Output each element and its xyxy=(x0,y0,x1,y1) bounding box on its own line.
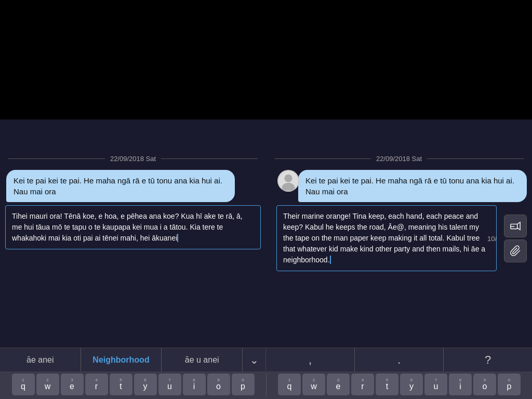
left-received-bubble-text: Kei te pai kei te pai. He maha ngā rā e … xyxy=(14,176,222,196)
question-key[interactable]: ? xyxy=(444,348,532,371)
key-y-right[interactable]: 6 y xyxy=(400,374,423,395)
right-keyboard-row-1: 1 q 2 w 3 e 4 r 5 t xyxy=(269,374,530,395)
key-q-left[interactable]: 1 q xyxy=(12,374,35,395)
avatar xyxy=(277,170,299,192)
left-keyboard-row-1: 1 q 2 w 3 e 4 r 5 t xyxy=(2,374,264,395)
key-r-left[interactable]: 4 r xyxy=(85,374,108,395)
key-u-right[interactable]: 7 u xyxy=(424,374,447,395)
key-o-right[interactable]: 9 o xyxy=(473,374,496,395)
key-i-left[interactable]: 8 i xyxy=(183,374,206,395)
key-e-right[interactable]: 3 e xyxy=(327,374,350,395)
right-black-top xyxy=(266,0,532,119)
right-received-area: Kei te pai kei te pai. He maha ngā rā e … xyxy=(272,170,527,202)
key-e-left[interactable]: 3 e xyxy=(61,374,84,395)
period-key[interactable]: . xyxy=(355,348,444,371)
attach-button[interactable] xyxy=(504,240,527,262)
right-received-bubble-text: Kei te pai kei te pai. He maha ngā rā e … xyxy=(305,176,514,196)
key-w-left[interactable]: 2 w xyxy=(36,374,59,395)
key-t-right[interactable]: 5 t xyxy=(376,374,398,395)
left-panel: 22/09/2018 Sat Kei te pai kei te pai. He… xyxy=(0,0,266,399)
key-r-right[interactable]: 4 r xyxy=(351,374,374,395)
autocomplete-right-suggestion[interactable]: āe u anei xyxy=(162,348,243,371)
right-received-row: Kei te pai kei te pai. He maha ngā rā e … xyxy=(272,170,527,202)
key-t-left[interactable]: 5 t xyxy=(110,374,132,395)
left-date-line-right xyxy=(161,158,258,159)
chevron-button[interactable]: ⌄ xyxy=(243,348,265,371)
left-cursor xyxy=(177,234,178,242)
key-w-right[interactable]: 2 w xyxy=(302,374,325,395)
key-i-right[interactable]: 8 i xyxy=(449,374,472,395)
left-date-text: 22/09/2018 Sat xyxy=(105,155,161,163)
left-autocomplete: āe anei Neighborhood āe u anei ⌄ xyxy=(0,348,266,371)
forward-button[interactable] xyxy=(504,215,527,237)
right-autocomplete: , . ? xyxy=(266,348,532,371)
left-black-top xyxy=(0,0,266,119)
key-q-right[interactable]: 1 q xyxy=(278,374,301,395)
key-p-right[interactable]: 0 p xyxy=(498,374,521,395)
bottom-section: āe anei Neighborhood āe u anei ⌄ , . ? xyxy=(0,348,532,399)
left-input-text: Tihei mauri ora! Tēnā koe, e hoa, e pēhe… xyxy=(12,212,243,242)
action-buttons xyxy=(504,215,527,262)
screen-container: 22/09/2018 Sat Kei te pai kei te pai. He… xyxy=(0,0,532,399)
left-input-box[interactable]: Tihei mauri ora! Tēnā koe, e hoa, e pēhe… xyxy=(5,205,261,249)
counter-badge: 10/ xyxy=(487,234,497,242)
right-cursor xyxy=(330,256,331,264)
key-y-left[interactable]: 6 y xyxy=(134,374,157,395)
right-input-area: 10/ xyxy=(271,205,527,271)
key-p-left[interactable]: 0 p xyxy=(232,374,255,395)
right-date-separator: 22/09/2018 Sat xyxy=(266,151,532,167)
autocomplete-left-suggestion[interactable]: āe anei xyxy=(0,348,81,371)
attach-icon xyxy=(510,245,521,257)
key-o-left[interactable]: 9 o xyxy=(207,374,230,395)
left-date-separator: 22/09/2018 Sat xyxy=(0,151,266,167)
right-received-bubble: Kei te pai kei te pai. He maha ngā rā e … xyxy=(298,170,527,202)
comma-key[interactable]: , xyxy=(266,348,355,371)
autocomplete-center-suggestion[interactable]: Neighborhood xyxy=(81,348,162,371)
right-date-line-left xyxy=(274,158,371,159)
right-date-line-right xyxy=(427,158,524,159)
right-keyboard: 1 q 2 w 3 e 4 r 5 t xyxy=(266,374,532,397)
svg-point-1 xyxy=(284,175,292,182)
left-keyboard: 1 q 2 w 3 e 4 r 5 t xyxy=(0,374,266,397)
left-date-line-left xyxy=(8,158,105,159)
key-u-left[interactable]: 7 u xyxy=(158,374,181,395)
right-input-box[interactable]: Their marine orange! Tina keep, each han… xyxy=(276,205,497,271)
right-date-text: 22/09/2018 Sat xyxy=(371,155,427,163)
right-panel: 22/09/2018 Sat Kei te pai kei te pai. He… xyxy=(266,0,532,399)
forward-icon xyxy=(510,220,521,232)
left-received-bubble: Kei te pai kei te pai. He maha ngā rā e … xyxy=(6,170,235,202)
right-input-text: Their marine orange! Tina keep, each han… xyxy=(283,212,485,264)
keyboard-area: 1 q 2 w 3 e 4 r 5 t xyxy=(0,371,532,399)
autocomplete-bar: āe anei Neighborhood āe u anei ⌄ , . ? xyxy=(0,348,532,371)
avatar-svg xyxy=(278,171,298,191)
